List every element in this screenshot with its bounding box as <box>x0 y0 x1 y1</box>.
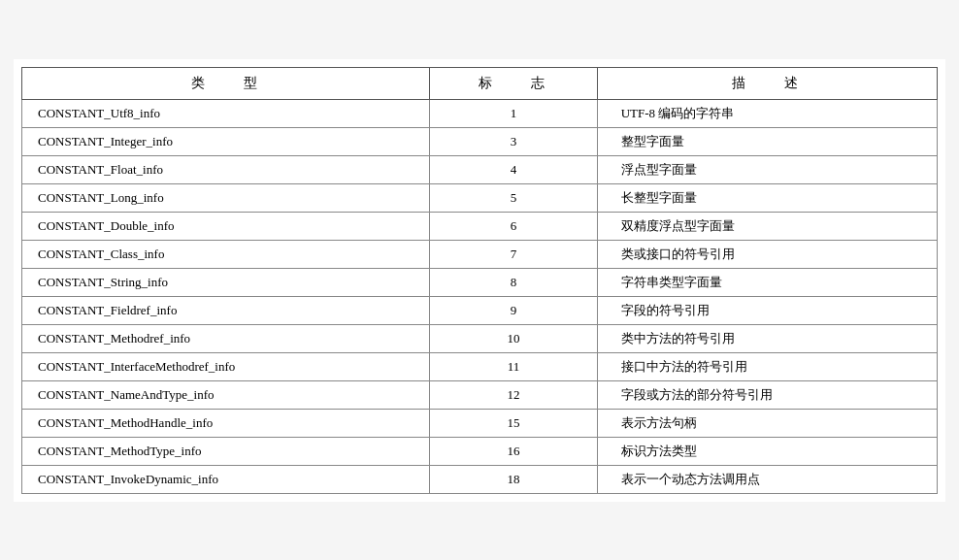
table-row: CONSTANT_Long_info5长整型字面量 <box>22 183 938 212</box>
cell-desc: 字段或方法的部分符号引用 <box>597 380 937 409</box>
cell-flag: 5 <box>430 183 597 212</box>
constants-table: 类 型 标 志 描 述 CONSTANT_Utf8_info1UTF-8 编码的… <box>21 67 938 494</box>
cell-flag: 7 <box>430 240 597 268</box>
cell-flag: 11 <box>430 352 597 380</box>
table-row: CONSTANT_Double_info6双精度浮点型字面量 <box>22 212 938 240</box>
table-body: CONSTANT_Utf8_info1UTF-8 编码的字符串CONSTANT_… <box>22 99 938 493</box>
table-row: CONSTANT_InvokeDynamic_info18表示一个动态方法调用点 <box>22 465 938 493</box>
cell-flag: 3 <box>430 127 597 155</box>
cell-flag: 12 <box>430 380 597 409</box>
cell-flag: 9 <box>430 296 597 324</box>
cell-type: CONSTANT_MethodType_info <box>22 437 430 465</box>
cell-type: CONSTANT_Class_info <box>22 240 430 268</box>
cell-flag: 4 <box>430 155 597 183</box>
table-row: CONSTANT_InterfaceMethodref_info11接口中方法的… <box>22 352 938 380</box>
cell-flag: 8 <box>430 268 597 296</box>
table-container: 类 型 标 志 描 述 CONSTANT_Utf8_info1UTF-8 编码的… <box>14 59 945 502</box>
table-row: CONSTANT_NameAndType_info12字段或方法的部分符号引用 <box>22 380 938 409</box>
table-row: CONSTANT_String_info8字符串类型字面量 <box>22 268 938 296</box>
table-row: CONSTANT_Float_info4浮点型字面量 <box>22 155 938 183</box>
table-row: CONSTANT_Integer_info3整型字面量 <box>22 127 938 155</box>
cell-flag: 1 <box>430 99 597 127</box>
table-row: CONSTANT_MethodType_info16标识方法类型 <box>22 437 938 465</box>
table-header-row: 类 型 标 志 描 述 <box>22 67 938 99</box>
cell-flag: 10 <box>430 324 597 352</box>
cell-desc: 整型字面量 <box>597 127 937 155</box>
cell-flag: 18 <box>430 465 597 493</box>
col-type-header: 类 型 <box>22 67 430 99</box>
cell-type: CONSTANT_Float_info <box>22 155 430 183</box>
cell-desc: 双精度浮点型字面量 <box>597 212 937 240</box>
cell-type: CONSTANT_Fieldref_info <box>22 296 430 324</box>
cell-type: CONSTANT_InterfaceMethodref_info <box>22 352 430 380</box>
table-row: CONSTANT_Class_info7类或接口的符号引用 <box>22 240 938 268</box>
cell-type: CONSTANT_Integer_info <box>22 127 430 155</box>
table-row: CONSTANT_Methodref_info10类中方法的符号引用 <box>22 324 938 352</box>
cell-desc: 长整型字面量 <box>597 183 937 212</box>
cell-type: CONSTANT_Methodref_info <box>22 324 430 352</box>
cell-desc: 字符串类型字面量 <box>597 268 937 296</box>
cell-desc: 类或接口的符号引用 <box>597 240 937 268</box>
cell-desc: 表示方法句柄 <box>597 409 937 437</box>
table-row: CONSTANT_Utf8_info1UTF-8 编码的字符串 <box>22 99 938 127</box>
cell-desc: 浮点型字面量 <box>597 155 937 183</box>
cell-type: CONSTANT_Double_info <box>22 212 430 240</box>
cell-type: CONSTANT_Long_info <box>22 183 430 212</box>
cell-desc: 表示一个动态方法调用点 <box>597 465 937 493</box>
col-flag-header: 标 志 <box>430 67 597 99</box>
cell-type: CONSTANT_String_info <box>22 268 430 296</box>
cell-flag: 15 <box>430 409 597 437</box>
cell-type: CONSTANT_MethodHandle_info <box>22 409 430 437</box>
cell-desc: 接口中方法的符号引用 <box>597 352 937 380</box>
cell-desc: 标识方法类型 <box>597 437 937 465</box>
cell-flag: 6 <box>430 212 597 240</box>
table-row: CONSTANT_MethodHandle_info15表示方法句柄 <box>22 409 938 437</box>
cell-desc: UTF-8 编码的字符串 <box>597 99 937 127</box>
table-row: CONSTANT_Fieldref_info9字段的符号引用 <box>22 296 938 324</box>
cell-type: CONSTANT_Utf8_info <box>22 99 430 127</box>
cell-flag: 16 <box>430 437 597 465</box>
cell-type: CONSTANT_NameAndType_info <box>22 380 430 409</box>
cell-desc: 字段的符号引用 <box>597 296 937 324</box>
cell-type: CONSTANT_InvokeDynamic_info <box>22 465 430 493</box>
col-desc-header: 描 述 <box>597 67 937 99</box>
cell-desc: 类中方法的符号引用 <box>597 324 937 352</box>
